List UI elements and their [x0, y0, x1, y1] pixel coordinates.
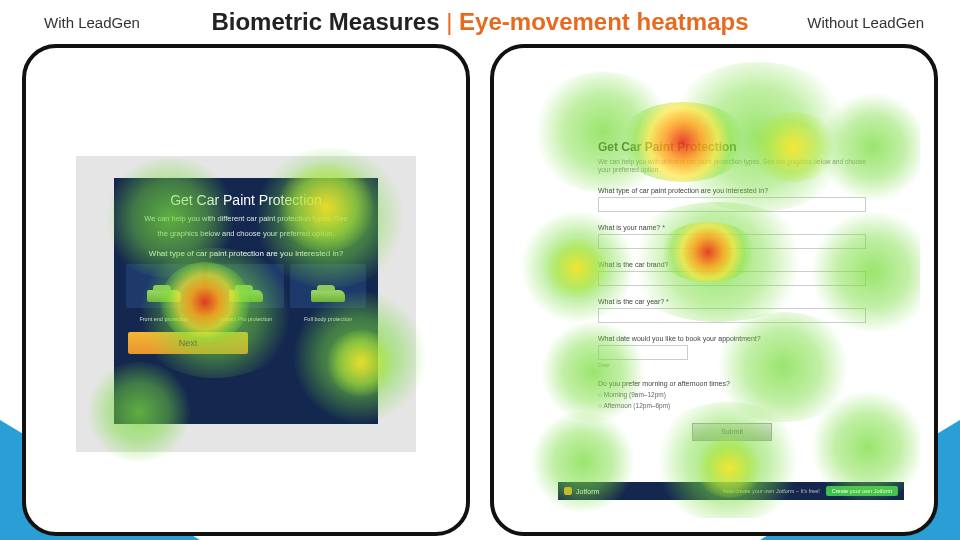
car-brand-input[interactable]	[598, 271, 866, 286]
field-label: Do you prefer morning or afternoon times…	[598, 380, 866, 387]
caption-without-leadgen: Without LeadGen	[807, 14, 924, 31]
field-label: What is the car year? *	[598, 298, 866, 305]
screen-left: Get Car Paint Protection We can help you…	[40, 62, 452, 518]
title-part-b: Eye-movement heatmaps	[459, 8, 748, 35]
traditional-form: Get Car Paint Protection We can help you…	[598, 140, 866, 441]
date-caption: Date	[598, 362, 866, 368]
car-icon	[229, 290, 263, 302]
field-label: What is your name? *	[598, 224, 866, 231]
form-heading: Get Car Paint Protection	[126, 192, 366, 208]
protection-type-input[interactable]	[598, 197, 866, 212]
device-frame-right: Get Car Paint Protection We can help you…	[490, 44, 938, 536]
radio-afternoon[interactable]: ○ Afternoon (12pm–6pm)	[598, 402, 866, 409]
jotform-logo-icon	[564, 487, 572, 495]
car-year-input[interactable]	[598, 308, 866, 323]
option-labels: Front end protection Impact Pro protecti…	[126, 316, 366, 322]
form-question: What type of car paint protection are yo…	[126, 249, 366, 258]
device-frame-left: Get Car Paint Protection We can help you…	[22, 44, 470, 536]
option-impact-pro[interactable]	[208, 264, 284, 308]
field-label: What date would you like to book your ap…	[598, 335, 866, 342]
title-part-a: Biometric Measures	[211, 8, 439, 35]
form-subtext-1: We can help you with different car paint…	[126, 214, 366, 225]
jotform-footer: Jotform Now create your own Jotform – It…	[558, 482, 904, 500]
screen-right: Get Car Paint Protection We can help you…	[508, 62, 920, 518]
jotform-brand: Jotform	[576, 488, 599, 495]
option-full-body[interactable]	[290, 264, 366, 308]
date-input[interactable]	[598, 345, 688, 360]
car-icon	[147, 290, 181, 302]
field-label: What is the car brand?	[598, 261, 866, 268]
radio-label: Afternoon (12pm–6pm)	[603, 402, 670, 409]
submit-button[interactable]: Submit	[692, 423, 772, 441]
car-icon	[311, 290, 345, 302]
radio-label: Morning (9am–12pm)	[604, 391, 666, 398]
name-input[interactable]	[598, 234, 866, 249]
form-heading: Get Car Paint Protection	[598, 140, 866, 154]
option-front-end[interactable]	[126, 264, 202, 308]
jotform-tagline: Now create your own Jotform – It's free!	[723, 488, 820, 494]
caption-with-leadgen: With LeadGen	[44, 14, 140, 31]
option-row	[126, 264, 366, 308]
field-label: What type of car paint protection are yo…	[598, 187, 866, 194]
option-label: Full body protection	[290, 316, 366, 322]
jotform-cta-button[interactable]: Create your own Jotform	[826, 486, 898, 496]
next-button[interactable]: Next	[128, 332, 248, 354]
option-label: Impact Pro protection	[208, 316, 284, 322]
form-subtext-2: the graphics below and choose your prefe…	[126, 229, 366, 240]
leadgen-form-card: Get Car Paint Protection We can help you…	[114, 178, 378, 424]
form-subtext: We can help you with different car paint…	[598, 158, 866, 175]
title-separator: |	[446, 8, 459, 35]
radio-morning[interactable]: ○ Morning (9am–12pm)	[598, 391, 866, 398]
option-label: Front end protection	[126, 316, 202, 322]
